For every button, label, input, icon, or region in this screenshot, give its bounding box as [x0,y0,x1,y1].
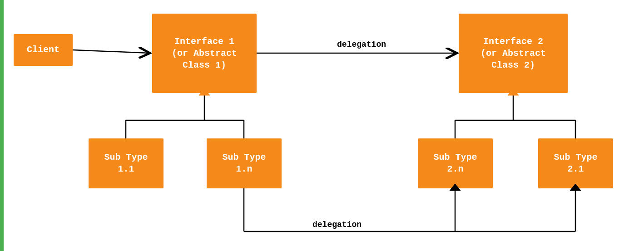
inherit1-arrowhead [199,89,210,95]
arrows-svg [0,0,644,251]
delegation-subtype21-arrowhead [570,184,581,191]
delegation-subtype2n-arrowhead [450,184,461,191]
diagram-container: Client Interface 1(or AbstractClass 1) I… [0,0,644,251]
client-to-interface1-arrow [73,50,150,53]
inherit2-arrowhead [508,89,519,95]
